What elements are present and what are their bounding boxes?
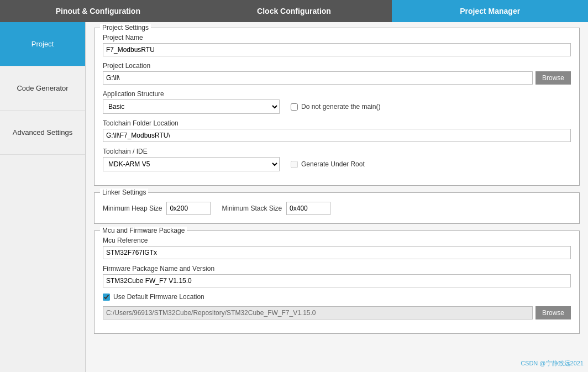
project-settings-section: Project Settings Project Name Project Lo…	[94, 28, 580, 186]
fw-pkg-input[interactable]	[103, 274, 571, 287]
mcu-ref-row: Mcu Reference	[103, 237, 571, 259]
app-structure-select[interactable]: Basic Advanced	[103, 99, 280, 114]
use-default-fw-checkbox[interactable]	[103, 294, 110, 301]
min-heap-field: Minimum Heap Size	[103, 202, 211, 215]
sidebar-item-project[interactable]: Project	[0, 22, 85, 66]
project-location-browse-row: Browse	[103, 71, 571, 85]
generate-under-root-row: Generate Under Root	[291, 160, 365, 168]
fw-pkg-row: Firmware Package Name and Version	[103, 265, 571, 287]
tab-pinout[interactable]: Pinout & Configuration	[0, 0, 196, 22]
project-name-label: Project Name	[103, 34, 571, 41]
main-layout: Project Code Generator Advanced Settings…	[0, 22, 588, 372]
fw-location-input	[103, 306, 533, 319]
fw-location-browse-row: Browse	[103, 306, 571, 319]
project-name-row: Project Name	[103, 34, 571, 56]
tab-clock[interactable]: Clock Configuration	[196, 0, 392, 22]
app-structure-row: Application Structure Basic Advanced Do …	[103, 90, 571, 114]
tab-project-manager[interactable]: Project Manager	[392, 0, 588, 22]
project-name-input[interactable]	[103, 43, 571, 56]
linker-settings-section: Linker Settings Minimum Heap Size Minimu…	[94, 192, 580, 224]
min-heap-label: Minimum Heap Size	[103, 205, 162, 212]
mcu-ref-input[interactable]	[103, 246, 571, 259]
watermark: CSDN @宁静致远2021	[521, 359, 584, 368]
generate-under-root-checkbox[interactable]	[291, 161, 298, 168]
top-navigation: Pinout & Configuration Clock Configurati…	[0, 0, 588, 22]
sidebar-item-advanced-settings[interactable]: Advanced Settings	[0, 111, 85, 155]
use-default-fw-row: Use Default Firmware Location	[103, 293, 571, 301]
app-structure-controls: Basic Advanced Do not generate the main(…	[103, 99, 571, 114]
do-not-generate-row: Do not generate the main()	[291, 103, 380, 111]
toolchain-ide-controls: MDK-ARM V5 EWARM SW4STM32 Makefile Gener…	[103, 157, 571, 171]
linker-settings-legend: Linker Settings	[100, 188, 148, 196]
toolchain-ide-select[interactable]: MDK-ARM V5 EWARM SW4STM32 Makefile	[103, 157, 280, 171]
fw-location-row: Browse	[103, 306, 571, 319]
use-default-fw-label: Use Default Firmware Location	[113, 293, 204, 301]
toolchain-ide-label: Toolchain / IDE	[103, 148, 571, 155]
app-structure-label: Application Structure	[103, 90, 571, 98]
mcu-firmware-legend: Mcu and Firmware Package	[100, 227, 187, 234]
min-stack-input[interactable]	[286, 202, 330, 215]
sidebar-item-code-generator[interactable]: Code Generator	[0, 66, 85, 111]
project-location-label: Project Location	[103, 62, 571, 70]
content-area: Project Settings Project Name Project Lo…	[86, 22, 588, 372]
project-location-browse-button[interactable]: Browse	[536, 71, 571, 85]
do-not-generate-checkbox[interactable]	[291, 103, 298, 111]
project-location-input[interactable]	[103, 71, 533, 85]
project-settings-legend: Project Settings	[100, 24, 151, 32]
fw-location-browse-button[interactable]: Browse	[536, 306, 571, 319]
toolchain-folder-input[interactable]	[103, 129, 571, 142]
min-stack-field: Minimum Stack Size	[222, 202, 330, 215]
toolchain-ide-row: Toolchain / IDE MDK-ARM V5 EWARM SW4STM3…	[103, 148, 571, 171]
project-location-row: Project Location Browse	[103, 62, 571, 85]
min-stack-label: Minimum Stack Size	[222, 205, 282, 212]
mcu-firmware-section: Mcu and Firmware Package Mcu Reference F…	[94, 230, 580, 334]
sidebar: Project Code Generator Advanced Settings	[0, 22, 86, 372]
mcu-ref-label: Mcu Reference	[103, 237, 571, 244]
linker-row: Minimum Heap Size Minimum Stack Size	[103, 202, 571, 215]
fw-pkg-label: Firmware Package Name and Version	[103, 265, 571, 273]
do-not-generate-label: Do not generate the main()	[301, 103, 380, 111]
toolchain-folder-row: Toolchain Folder Location	[103, 119, 571, 142]
use-default-fw-checkbox-row: Use Default Firmware Location	[103, 293, 571, 301]
min-heap-input[interactable]	[166, 202, 211, 215]
toolchain-folder-label: Toolchain Folder Location	[103, 119, 571, 127]
generate-under-root-label: Generate Under Root	[301, 160, 365, 168]
